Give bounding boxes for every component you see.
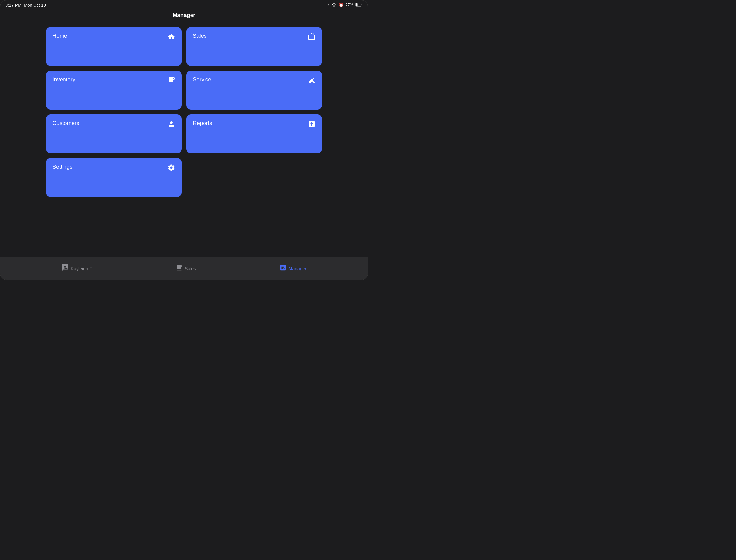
reports-icon bbox=[308, 120, 316, 130]
bottom-nav: Kayleigh F Sales Manager bbox=[0, 257, 368, 280]
svg-rect-1 bbox=[356, 3, 358, 6]
customers-icon bbox=[167, 120, 175, 130]
nav-item-sales[interactable]: Sales bbox=[176, 264, 196, 273]
sales-tile[interactable]: Sales bbox=[186, 27, 322, 66]
battery-icon bbox=[355, 3, 362, 7]
alarm-icon: ⏰ bbox=[339, 3, 344, 7]
inventory-label: Inventory bbox=[52, 77, 75, 83]
nav-sales-icon bbox=[176, 264, 183, 273]
menu-grid: Home Sales Inventory bbox=[46, 27, 322, 197]
home-tile[interactable]: Home bbox=[46, 27, 182, 66]
inventory-icon bbox=[167, 77, 175, 86]
status-right: ↑ ⏰ 27% bbox=[328, 3, 362, 7]
wifi-icon bbox=[332, 3, 337, 7]
service-label: Service bbox=[193, 77, 211, 83]
nav-sales-label: Sales bbox=[185, 266, 196, 271]
location-icon: ↑ bbox=[328, 3, 330, 7]
service-icon bbox=[308, 77, 316, 86]
home-label: Home bbox=[52, 33, 67, 39]
nav-manager-icon bbox=[279, 264, 287, 273]
sales-icon bbox=[308, 33, 316, 43]
customers-label: Customers bbox=[52, 120, 79, 127]
nav-manager-label: Manager bbox=[289, 266, 306, 271]
page-title: Manager bbox=[0, 9, 368, 24]
settings-label: Settings bbox=[52, 164, 72, 170]
date-label: Mon Oct 10 bbox=[24, 3, 46, 7]
inventory-tile[interactable]: Inventory bbox=[46, 71, 182, 110]
nav-item-kayleigh[interactable]: Kayleigh F bbox=[62, 264, 92, 273]
customers-tile[interactable]: Customers bbox=[46, 114, 182, 153]
time-label: 3:17 PM bbox=[6, 3, 21, 7]
sales-label: Sales bbox=[193, 33, 207, 39]
main-content: Home Sales Inventory bbox=[0, 24, 368, 200]
home-icon bbox=[167, 33, 175, 43]
settings-tile[interactable]: Settings bbox=[46, 158, 182, 197]
service-tile[interactable]: Service bbox=[186, 71, 322, 110]
battery-label: 27% bbox=[346, 3, 353, 7]
status-bar: 3:17 PM Mon Oct 10 ↑ ⏰ 27% bbox=[0, 0, 368, 9]
nav-item-manager[interactable]: Manager bbox=[279, 264, 306, 273]
settings-icon bbox=[167, 164, 175, 174]
status-left: 3:17 PM Mon Oct 10 bbox=[6, 3, 46, 7]
kayleigh-icon bbox=[62, 264, 69, 273]
reports-label: Reports bbox=[193, 120, 212, 127]
reports-tile[interactable]: Reports bbox=[186, 114, 322, 153]
kayleigh-label: Kayleigh F bbox=[71, 266, 92, 271]
